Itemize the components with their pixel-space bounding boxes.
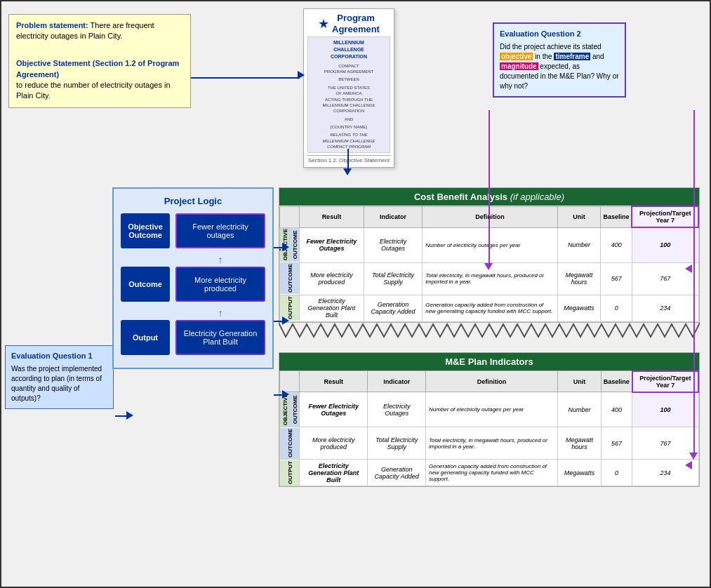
cba-th-projection: Projection/Target Year 7 xyxy=(632,206,698,227)
me-th-projection: Projection/Target Year 7 xyxy=(632,371,698,392)
pl-label-outcome: Outcome xyxy=(121,267,170,302)
me-table-header: M&E Plan Indicators xyxy=(279,353,699,370)
pa-star-icon: ★ xyxy=(318,16,329,32)
objective-title: Objective Statement (Section 1.2 of Prog… xyxy=(16,58,183,80)
cba-projection-3: 234 xyxy=(632,295,698,321)
pl-arrow-2: ↑ xyxy=(175,307,265,319)
eq2-title: Evaluation Question 2 xyxy=(500,29,619,39)
pl-label-output: Output xyxy=(121,320,170,355)
eq2-text-mid1: in the xyxy=(533,53,554,60)
me-section-output: OUTPUT xyxy=(280,460,300,486)
cba-row-3: OUTPUT Electricity Generation Plant Buil… xyxy=(280,295,699,321)
cba-projection-1: 100 xyxy=(632,227,698,262)
eq2-highlight-magnitude: magnitude xyxy=(500,62,538,70)
me-definition-3: Generation capacity added from construct… xyxy=(425,460,557,486)
eval-q2-box: Evaluation Question 2 Did the project ac… xyxy=(493,22,626,98)
eq2-arrow-v2 xyxy=(693,110,695,454)
me-indicator-1: Electricity Outages xyxy=(368,392,426,427)
me-projection-1: 100 xyxy=(632,392,698,427)
me-row-2: OUTCOME More electricity produced Total … xyxy=(280,427,699,460)
me-th-unit: Unit xyxy=(558,371,602,392)
me-definition-2: Total electricity, in megawatt hours, pr… xyxy=(425,427,557,460)
problem-statement-box: Problem statement: There are frequent el… xyxy=(8,14,191,108)
me-unit-3: Megawatts xyxy=(558,460,602,486)
pa-title: ProgramAgreement xyxy=(332,13,380,34)
jagged-separator xyxy=(279,323,700,338)
me-header-row: Result Indicator Definition Unit Baselin… xyxy=(280,371,699,392)
cba-baseline-1: 400 xyxy=(601,227,632,262)
cba-baseline-3: 0 xyxy=(601,295,632,321)
eq2-arrow-v xyxy=(489,110,490,265)
eq2-arrowhead xyxy=(484,263,493,270)
pl-title: Project Logic xyxy=(121,196,265,206)
me-result-1: Fewer Electricity Outages xyxy=(300,392,368,427)
arrow-problem-to-pa xyxy=(191,77,300,79)
me-indicator-3: Generation Capacity Added xyxy=(368,460,426,486)
cba-indicator-2: Total Electricity Supply xyxy=(364,262,422,295)
main-container: Problem statement: There are frequent el… xyxy=(0,0,711,588)
arrowhead-pa-down xyxy=(343,168,352,175)
me-result-2: More electricity produced xyxy=(300,427,368,460)
eq2-highlight-timeframe: timeframe xyxy=(554,53,590,60)
pl-row-output: Output Electricity Generation Plant Buil… xyxy=(121,320,265,355)
cba-section-outcome2: OUTCOME xyxy=(280,262,300,295)
problem-title: Problem statement: xyxy=(16,21,88,29)
cba-unit-2: Megawatt hours xyxy=(557,262,601,295)
cba-th-baseline: Baseline xyxy=(601,206,632,227)
me-unit-1: Number xyxy=(558,392,602,427)
me-indicator-2: Total Electricity Supply xyxy=(368,427,426,460)
me-th-blank xyxy=(280,371,300,392)
project-logic-box: Project Logic Objective Outcome Fewer el… xyxy=(112,187,274,369)
me-th-indicator: Indicator xyxy=(368,371,426,392)
cba-section-outcome1: OUTCOME xyxy=(290,227,300,262)
cba-title-suffix: (if applicable) xyxy=(510,192,564,202)
pl-label-objective-outcome: Objective Outcome xyxy=(121,213,170,248)
cba-definition-3: Generation capacity added from construct… xyxy=(423,295,557,321)
pl-value-more-electricity: More electricity produced xyxy=(175,267,265,302)
program-agreement-box: ★ ProgramAgreement MILLENNIUM CHALLENGE … xyxy=(303,8,394,168)
cba-baseline-2: 567 xyxy=(601,262,632,295)
cba-unit-1: Number xyxy=(557,227,601,262)
pl-row-objective-outcome: Objective Outcome Fewer electricity outa… xyxy=(121,213,265,248)
objective-text: to reduce the number of electricity outa… xyxy=(16,81,171,100)
proj-arrowhead-cba xyxy=(685,265,692,273)
arrowhead-to-pa xyxy=(298,71,305,79)
pl-arrow-1: ↑ xyxy=(175,254,265,265)
me-baseline-3: 0 xyxy=(601,460,632,486)
me-baseline-2: 567 xyxy=(601,427,632,460)
me-th-result: Result xyxy=(300,371,368,392)
pl-value-fewer-outages: Fewer electricity outages xyxy=(175,213,265,248)
eq2-text-before: Did the project achieve its stated xyxy=(500,43,602,51)
cba-th-blank xyxy=(280,206,300,227)
me-section-outcome1: OUTCOME xyxy=(290,392,300,427)
cba-unit-3: Megawatts xyxy=(557,295,601,321)
eq1-arrowhead xyxy=(126,411,133,420)
jagged-svg xyxy=(279,323,700,338)
cba-result-3: Electricity Generation Plant Built xyxy=(300,295,364,321)
proj-arrowhead-me xyxy=(685,461,692,469)
eq1-text: Was the project implemented according to… xyxy=(11,365,102,402)
pa-footer: Section 1.2: Objective Statement xyxy=(307,155,390,163)
cba-th-unit: Unit xyxy=(557,206,601,227)
pa-header: ★ ProgramAgreement xyxy=(307,13,390,34)
cba-indicator-3: Generation Capacity Added xyxy=(364,295,422,321)
me-table-container: M&E Plan Indicators Result Indicator Def… xyxy=(279,352,700,488)
arrow-pa-down xyxy=(347,149,349,170)
me-definition-1: Number of electricity outages per year xyxy=(425,392,557,427)
cba-indicator-1: Electricity Outages xyxy=(364,227,422,262)
me-th-baseline: Baseline xyxy=(601,371,632,392)
me-th-definition: Definition xyxy=(425,371,557,392)
cba-result-1: Fewer Electricity Outages xyxy=(300,227,364,262)
pl-row-outcome: Outcome More electricity produced xyxy=(121,267,265,302)
cba-th-indicator: Indicator xyxy=(364,206,422,227)
me-result-3: Electricity Generation Plant Built xyxy=(300,460,368,486)
me-title: M&E Plan Indicators xyxy=(445,356,533,367)
eq1-title: Evaluation Question 1 xyxy=(11,351,107,361)
me-unit-2: Megawatt hours xyxy=(558,427,602,460)
conn-row1 xyxy=(279,249,281,250)
eq2-arrowhead2 xyxy=(689,453,698,460)
pl-to-cba-arrowhead xyxy=(282,243,289,251)
me-row-1: OBJECTIVE OUTCOME Fewer Electricity Outa… xyxy=(280,392,699,427)
me-section-outcome2: OUTCOME xyxy=(280,427,300,460)
me-row-3: OUTPUT Electricity Generation Plant Buil… xyxy=(280,460,699,486)
